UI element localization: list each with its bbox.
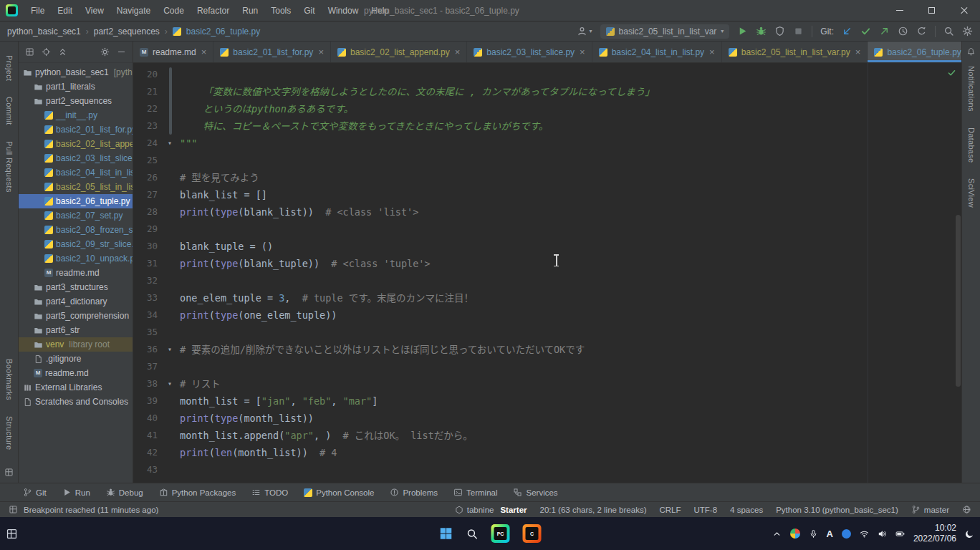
line-number[interactable]: 32 (133, 272, 162, 289)
fold-marker[interactable]: ▾ (162, 375, 178, 392)
status-globe-icon[interactable] (962, 505, 971, 514)
line-number[interactable]: 31 (133, 255, 162, 272)
tool-button-git[interactable]: Git (23, 488, 47, 497)
push-button[interactable] (879, 26, 890, 37)
tree-item-venv[interactable]: venvlibrary root (19, 337, 133, 352)
focus-assist-moon-icon[interactable] (965, 529, 974, 539)
close-button[interactable] (948, 0, 980, 21)
menu-refactor[interactable]: Refactor (191, 0, 236, 21)
line-number[interactable]: 30 (133, 238, 162, 255)
menu-code[interactable]: Code (157, 0, 191, 21)
battery-icon[interactable] (895, 529, 905, 539)
maximize-button[interactable] (916, 0, 948, 21)
tool-stripe-pull-requests[interactable]: Pull Requests (5, 141, 14, 193)
commit-button[interactable] (860, 26, 871, 37)
line-number[interactable]: 38 (133, 375, 162, 392)
tool-button-services[interactable]: Services (513, 488, 557, 497)
pycharm-taskbar-icon[interactable]: PC (491, 524, 510, 543)
tab-close-icon[interactable]: × (855, 47, 861, 57)
tree-item-part5-comprehension[interactable]: part5_comprehension (19, 309, 133, 323)
tab-basic2-04-list-in-list-py[interactable]: basic2_04_list_in_list.py× (592, 42, 722, 62)
history-button[interactable] (898, 26, 908, 37)
indent-style[interactable]: 4 spaces (730, 506, 763, 514)
line-number[interactable]: 27 (133, 186, 162, 203)
tree-item-part1-literals[interactable]: part1_literals (19, 79, 133, 94)
line-number[interactable]: 36 (133, 341, 162, 358)
microphone-icon[interactable] (809, 529, 818, 539)
line-number[interactable]: 42 (133, 444, 162, 461)
menu-file[interactable]: File (24, 0, 51, 21)
tree-item-part2-sequences[interactable]: part2_sequences (19, 94, 133, 108)
tool-stripe-bookmarks[interactable]: Bookmarks (5, 359, 14, 400)
notifications-bell-icon[interactable] (966, 47, 976, 57)
run-configuration-select[interactable]: basic2_05_list_in_list_var ▾ (600, 24, 730, 39)
line-separator[interactable]: CRLF (659, 506, 681, 514)
start-button[interactable] (439, 526, 453, 541)
tree-item-basic2-10-unpack-py[interactable]: basic2_10_unpack.py (19, 251, 133, 266)
tree-item-basic2-09-str-slice-py[interactable]: basic2_09_str_slice.py (19, 237, 133, 251)
volume-icon[interactable] (878, 529, 887, 539)
tool-button-terminal[interactable]: Terminal (453, 488, 497, 497)
tabnine-widget[interactable]: tabnineStarter (455, 506, 527, 514)
status-grid-icon[interactable] (9, 505, 18, 514)
tool-button-python-packages[interactable]: Python Packages (159, 488, 236, 497)
line-number[interactable]: 23 (133, 117, 162, 135)
wifi-icon[interactable] (860, 529, 869, 539)
tab-close-icon[interactable]: × (455, 47, 461, 57)
tab-close-icon[interactable]: × (201, 47, 207, 57)
panel-settings-gear-icon[interactable] (100, 47, 110, 57)
line-number[interactable]: 35 (133, 324, 162, 341)
tab-readme-md[interactable]: Mreadme.md× (133, 42, 213, 62)
tree-item-basic2-07-set-py[interactable]: basic2_07_set.py (19, 208, 133, 223)
line-number[interactable]: 20 (133, 66, 162, 83)
tree-item-part3-structures[interactable]: part3_structures (19, 280, 133, 294)
line-number[interactable]: 33 (133, 289, 162, 307)
tree-item-readme-md[interactable]: Mreadme.md (19, 366, 133, 380)
line-number[interactable]: 40 (133, 410, 162, 427)
tab-close-icon[interactable]: × (318, 47, 324, 57)
tree-item-basic2-04-list-in-list-py[interactable]: basic2_04_list_in_list.py (19, 165, 133, 180)
tab-basic2-02-list-append-py[interactable]: basic2_02_list_append.py× (331, 42, 467, 62)
taskbar-clock[interactable]: 10:02 2022/07/06 (913, 523, 956, 544)
menu-git[interactable]: Git (297, 0, 321, 21)
select-opened-file-icon[interactable] (42, 47, 51, 57)
breadcrumb-item-basic2-06-tuple-py[interactable]: basic2_06_tuple.py (186, 26, 260, 37)
minimize-button[interactable] (883, 0, 916, 21)
code-editor[interactable]: 2021 「変数に数値や文字列を格納しようとしたのに、文の末尾に , カンマがあ… (133, 63, 961, 483)
line-number[interactable]: 34 (133, 307, 162, 324)
tree-item-part4-dictionary[interactable]: part4_dictionary (19, 294, 133, 309)
taskbar-corner-icon[interactable] (6, 528, 18, 540)
tree-item-part6-str[interactable]: part6_str (19, 323, 133, 337)
menu-view[interactable]: View (79, 0, 110, 21)
tab-basic2-03-list-slice-py[interactable]: basic2_03_list_slice.py× (467, 42, 592, 62)
user-account-button[interactable]: ▾ (577, 26, 592, 37)
tree-item-gitignore[interactable]: .gitignore (19, 352, 133, 366)
editor-scrollbar[interactable] (956, 215, 961, 387)
caret-position[interactable]: 20:1 (63 chars, 2 line breaks) (540, 506, 647, 514)
tab-basic2-05-list-in-list-var-py[interactable]: basic2_05_list_in_list_var.py× (722, 42, 868, 62)
tool-button-problems[interactable]: Problems (390, 488, 438, 497)
line-number[interactable]: 28 (133, 203, 162, 221)
tree-item-basic2-03-list-slice-py[interactable]: basic2_03_list_slice.py (19, 151, 133, 165)
menu-run[interactable]: Run (236, 0, 264, 21)
tab-close-icon[interactable]: × (709, 47, 715, 57)
tool-stripe-commit[interactable]: Commit (5, 97, 14, 125)
tool-button-todo[interactable]: TODO (251, 488, 288, 497)
tool-button-python-console[interactable]: Python Console (304, 488, 374, 497)
stripe-toggle-icon[interactable] (4, 468, 14, 477)
inspections-ok-icon[interactable] (947, 68, 956, 77)
settings-gear-button[interactable] (962, 26, 973, 37)
tray-blue-dot-icon[interactable] (842, 529, 851, 539)
line-number[interactable]: 37 (133, 358, 162, 375)
line-number[interactable]: 43 (133, 461, 162, 478)
line-number[interactable]: 29 (133, 221, 162, 238)
tree-item-scratches-and-consoles[interactable]: Scratches and Consoles (19, 395, 133, 409)
tool-stripe-project[interactable]: Project (5, 55, 14, 81)
debug-button[interactable] (756, 26, 767, 37)
line-number[interactable]: 25 (133, 152, 162, 169)
fold-marker[interactable]: ▾ (162, 341, 178, 358)
tool-stripe-sciview[interactable]: SciView (967, 178, 976, 208)
rollback-button[interactable] (916, 26, 927, 37)
fold-marker[interactable]: ▾ (162, 135, 178, 152)
python-interpreter[interactable]: Python 3.10 (python_basic_sec1) (776, 506, 898, 514)
